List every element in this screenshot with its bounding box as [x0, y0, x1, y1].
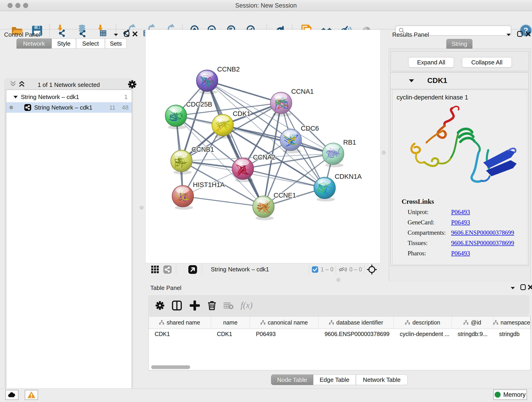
tab-style[interactable]: Style	[51, 38, 76, 49]
node-CDKN1A[interactable]	[314, 177, 336, 201]
crosslink-link[interactable]: 9606.ENSP00000378699	[451, 240, 514, 247]
tab-network-table[interactable]: Network Table	[356, 375, 408, 385]
node-label-CCNB2: CCNB2	[217, 65, 240, 73]
collection-expander-icon[interactable]	[13, 95, 18, 99]
column-header-canonical-name[interactable]: canonical name	[250, 317, 319, 328]
collection-label: String Network – cdk1	[21, 94, 79, 101]
table-panel-float-icon[interactable]	[520, 284, 526, 290]
column-header-database-identifier[interactable]: database identifier	[318, 317, 394, 328]
crosslinks-title: CrossLinks	[402, 198, 527, 205]
crosslink-link[interactable]: P06493	[451, 250, 470, 257]
bottom-splitter-handle[interactable]	[336, 278, 340, 282]
tab-node-table[interactable]: Node Table	[271, 375, 313, 385]
crosslink-link[interactable]: 9606.ENSP00000378699	[451, 229, 514, 236]
protein-structure-image	[401, 105, 520, 196]
tab-sets[interactable]: Sets	[105, 38, 127, 49]
shared-column-icon	[463, 320, 469, 325]
node-label-CCNB1: CCNB1	[191, 146, 214, 153]
tab-edge-table[interactable]: Edge Table	[313, 375, 356, 385]
results-panel-close-icon[interactable]	[525, 31, 531, 37]
node-CCNE1[interactable]	[253, 196, 274, 220]
memory-label: Memory	[503, 391, 526, 398]
results-panel-float-icon[interactable]	[517, 31, 523, 37]
control-panel-close-icon[interactable]	[132, 31, 138, 37]
node-label-CDK1: CDK1	[233, 110, 250, 117]
warning-icon	[27, 391, 36, 399]
tab-string[interactable]: String	[446, 39, 472, 49]
table-horizontal-scrollbar[interactable]	[151, 365, 190, 369]
show-columns-icon[interactable]	[172, 300, 182, 311]
protein-card-expander-icon[interactable]	[409, 79, 414, 83]
column-header--id[interactable]: @id	[452, 317, 493, 328]
hidden-counter: 0 – 0	[349, 266, 362, 273]
delete-column-trash-icon[interactable]	[207, 300, 217, 311]
cloud-button[interactable]	[5, 390, 19, 400]
shared-column-icon	[405, 320, 410, 325]
node-RB1[interactable]	[322, 143, 344, 167]
results-panel-menu-icon[interactable]	[506, 32, 511, 37]
network-row-selected[interactable]: String Network – cdk1 11 48	[6, 102, 132, 113]
network-view-toolbar: String Network – cdk1 1 – 0 0 – 0	[145, 263, 380, 275]
crosslink-link[interactable]: P06493	[451, 219, 470, 226]
network-status-dot-icon	[9, 106, 13, 109]
table-panel-menu-icon[interactable]	[510, 285, 515, 291]
node-HIST1H1A[interactable]	[172, 185, 194, 210]
edge-HIST1H1A-CCNE1[interactable]	[183, 196, 264, 207]
main-toolbar: ?	[0, 11, 532, 29]
crosslink-row: Uniprot: P06493	[408, 209, 527, 216]
tab-network[interactable]: Network	[17, 38, 51, 49]
right-splitter-handle[interactable]	[382, 151, 386, 154]
left-splitter-handle[interactable]	[140, 206, 143, 210]
network-canvas[interactable]: CCNB2CCNA1CDC25BCDK1CDC6RB1CCNB1CCNA2CDK…	[145, 30, 380, 263]
create-column-icon[interactable]	[190, 300, 200, 311]
table-cell: cyclin-dependent ...	[394, 329, 452, 339]
selected-checkbox-icon[interactable]	[312, 266, 318, 273]
hidden-eye-icon[interactable]	[338, 266, 347, 273]
node-label-HIST1H1A: HIST1H1A	[193, 181, 225, 188]
table-row[interactable]: CDK1CDK1P064939606.ENSP00000378699cyclin…	[149, 329, 530, 339]
column-header-namespace[interactable]: namespace	[493, 317, 530, 328]
control-panel-menu-icon[interactable]	[113, 32, 119, 37]
crosslink-row: Tissues: 9606.ENSP00000378699	[408, 240, 527, 247]
grid-view-icon[interactable]	[151, 265, 159, 274]
node-CCNB2[interactable]	[196, 70, 218, 94]
crosslink-row: Pharos: P06493	[408, 250, 527, 257]
protein-card-header[interactable]: CDK1	[391, 73, 529, 89]
collection-count: 1	[124, 94, 128, 101]
birdseye-toggle-icon[interactable]	[367, 264, 377, 274]
table-cell: P06493	[250, 329, 319, 339]
memory-button[interactable]: Memory	[493, 389, 527, 400]
node-CDK1[interactable]	[212, 114, 234, 139]
delete-table-icon[interactable]	[224, 302, 234, 310]
crosslink-label: Uniprot:	[408, 209, 451, 216]
crosslink-link[interactable]: P06493	[451, 209, 470, 216]
node-label-CDKN1A: CDKN1A	[335, 173, 362, 180]
collapse-all-button[interactable]: Collapse All	[462, 57, 512, 68]
table-settings-gear-icon[interactable]	[155, 301, 165, 310]
column-header-description[interactable]: description	[394, 317, 452, 328]
column-header-shared-name[interactable]: shared name	[149, 317, 211, 328]
edge-CCNA2-CDKN1A[interactable]	[243, 169, 325, 188]
column-header-label: database identifier	[336, 319, 383, 326]
network-options-gear-icon[interactable]	[128, 80, 137, 89]
control-panel-float-icon[interactable]	[124, 31, 130, 37]
node-CCNB1[interactable]	[171, 150, 192, 174]
open-in-new-window-icon[interactable]	[188, 265, 197, 274]
edge-CCNB2-CCNA1[interactable]	[207, 81, 281, 103]
node-CDC25B[interactable]	[165, 105, 187, 129]
node-table[interactable]: shared namename canonical name database …	[148, 316, 531, 370]
control-panel: Control Panel 1 of 1 Network selected	[0, 29, 138, 389]
control-panel-title: Control Panel	[4, 31, 40, 38]
warning-button[interactable]	[25, 390, 38, 400]
tab-select[interactable]: Select	[76, 38, 105, 49]
expand-all-button[interactable]: Expand All	[408, 57, 454, 68]
table-header-row: shared namename canonical name database …	[149, 317, 530, 329]
node-CCNA1[interactable]	[270, 92, 292, 116]
memory-status-icon	[495, 392, 500, 398]
table-panel-close-icon[interactable]	[527, 284, 532, 290]
function-builder-icon[interactable]: f(x)	[241, 300, 253, 310]
network-collection-row[interactable]: String Network – cdk1 1	[6, 92, 132, 102]
table-cell: stringdb	[493, 329, 530, 339]
network-share-icon[interactable]	[163, 265, 172, 274]
column-header-name[interactable]: name	[211, 317, 250, 328]
